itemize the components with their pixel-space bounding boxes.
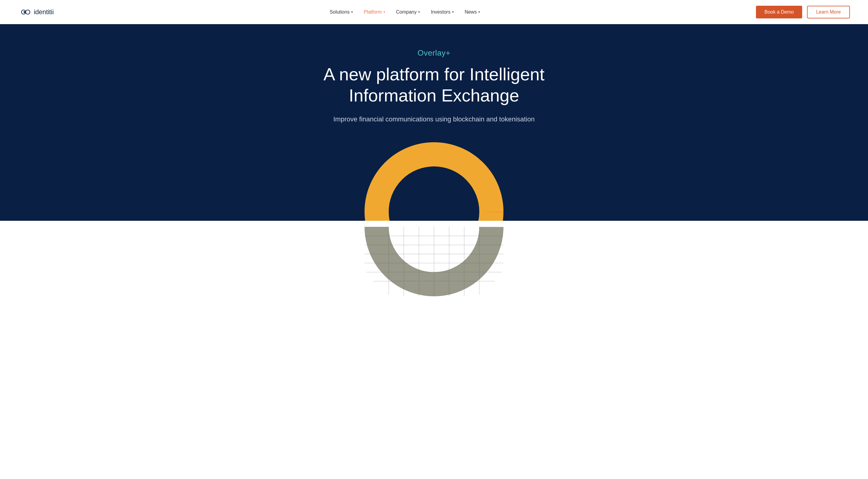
logo-text: identitii <box>34 8 54 16</box>
donut-svg-top <box>365 142 503 221</box>
svg-point-0 <box>377 154 491 221</box>
overlay-label: Overlay+ <box>418 48 451 58</box>
nav-solutions-chevron: ▾ <box>351 10 353 13</box>
nav-solutions[interactable]: Solutions ▾ <box>330 9 353 15</box>
donut-bottom-half <box>365 218 503 302</box>
nav-news-label: News <box>465 9 476 15</box>
learn-more-button[interactable]: Learn More <box>807 6 850 19</box>
nav-menu: Solutions ▾ Platform ▾ Company ▾ Investo… <box>330 9 480 15</box>
nav-investors-chevron: ▾ <box>452 10 454 13</box>
donut-svg-bottom <box>365 218 503 296</box>
nav-platform-chevron: ▾ <box>383 10 385 13</box>
hero-subtitle: Improve financial communications using b… <box>334 114 534 124</box>
navbar: identitii Solutions ▾ Platform ▾ Company… <box>0 0 868 24</box>
hero-section: Overlay+ A new platform for Intelligent … <box>0 24 868 221</box>
nav-investors-label: Investors <box>431 9 450 15</box>
infinity-icon <box>18 9 31 15</box>
nav-news[interactable]: News ▾ <box>465 9 480 15</box>
hero-title: A new platform for Intelligent Informati… <box>298 64 570 106</box>
nav-platform-label: Platform <box>364 9 382 15</box>
book-demo-button[interactable]: Book a Demo <box>756 6 802 19</box>
logo-area[interactable]: identitii <box>18 8 54 16</box>
navbar-cta-area: Book a Demo Learn More <box>756 6 850 19</box>
nav-company[interactable]: Company ▾ <box>396 9 420 15</box>
nav-platform[interactable]: Platform ▾ <box>364 9 385 15</box>
nav-solutions-label: Solutions <box>330 9 350 15</box>
nav-company-label: Company <box>396 9 416 15</box>
donut-top-half <box>365 142 503 221</box>
nav-company-chevron: ▾ <box>418 10 420 13</box>
below-hero-section <box>0 221 868 302</box>
nav-investors[interactable]: Investors ▾ <box>431 9 454 15</box>
nav-news-chevron: ▾ <box>478 10 480 13</box>
